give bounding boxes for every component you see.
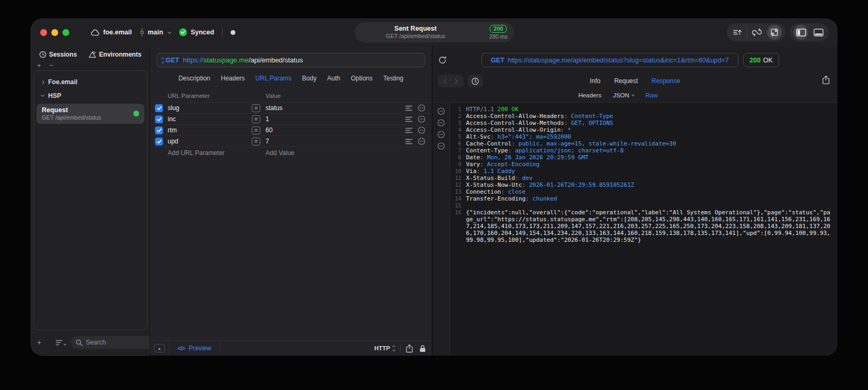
sidebar-left-icon (796, 29, 806, 37)
add-request-button[interactable]: + (37, 338, 41, 347)
previous-response-button[interactable] (444, 78, 449, 84)
param-value[interactable]: 60 (266, 126, 400, 134)
zoom-window-button[interactable] (62, 29, 69, 36)
collapse-section-icon[interactable] (437, 142, 445, 150)
response-request-url[interactable]: GET https://statuspage.me/api/embed/stat… (481, 53, 738, 67)
toggle-bottom-panel-button[interactable] (810, 24, 827, 40)
param-row[interactable]: upd = 7 (150, 135, 432, 147)
param-checkbox[interactable] (155, 138, 163, 146)
add-value-placeholder[interactable]: Add Value (266, 149, 400, 157)
toggle-sidebar-button[interactable] (793, 25, 808, 40)
row-options-icon[interactable] (405, 116, 413, 122)
request-item-title: Request (42, 106, 101, 114)
loop-arrows-icon (752, 28, 762, 37)
share-request-button[interactable] (406, 344, 413, 353)
param-checkbox[interactable] (155, 115, 163, 123)
expand-panel-button[interactable]: ▲ (154, 344, 165, 352)
response-url: https://statuspage.me/api/embed/status?s… (508, 57, 729, 64)
response-pane: GET https://statuspage.me/api/embed/stat… (432, 46, 837, 356)
tree-group-label: Foe.email (48, 78, 77, 86)
layout-toggles-group (790, 23, 829, 41)
param-name[interactable]: slug (168, 104, 247, 112)
remove-row-icon[interactable] (418, 104, 425, 112)
next-response-button[interactable] (453, 78, 458, 84)
column-header-name: URL Parameter (168, 93, 247, 99)
tab-body[interactable]: Body (302, 75, 316, 82)
remove-row-icon[interactable] (418, 126, 425, 134)
param-checkbox[interactable] (155, 126, 163, 134)
sync-status[interactable]: Synced (179, 28, 214, 37)
sent-request-pill[interactable]: Sent Request GET /api/embed/status 200 2… (354, 22, 514, 42)
project-menu[interactable]: foe.email (90, 29, 132, 36)
collapse-section-icon[interactable] (437, 107, 445, 115)
remove-session-button[interactable]: − (50, 61, 54, 69)
tab-response[interactable]: Response (652, 77, 680, 85)
add-param-placeholder[interactable]: Add URL Parameter (168, 149, 247, 157)
check-icon (157, 139, 162, 144)
history-button[interactable] (468, 75, 483, 87)
import-export-button[interactable] (767, 25, 782, 40)
collapse-section-icon[interactable] (437, 119, 445, 126)
response-line: 16 {"incidents":null,"overall":{"code":"… (450, 209, 832, 243)
tab-info[interactable]: Info (590, 77, 600, 85)
code-icon: </> (178, 345, 185, 351)
request-list-item-selected[interactable]: Request GET /api/embed/status (36, 104, 144, 124)
close-window-button[interactable] (40, 29, 47, 36)
lock-button[interactable] (419, 344, 426, 352)
response-line: 8 Date: Mon, 26 Jan 2026 20:29:59 GMT (450, 154, 832, 161)
export-response-button[interactable] (822, 75, 830, 87)
add-session-button[interactable]: + (37, 61, 41, 69)
param-value[interactable]: 7 (266, 138, 400, 145)
tab-options[interactable]: Options (351, 75, 372, 82)
code-preview-button[interactable]: </> Preview (169, 341, 220, 356)
sync-loop-button[interactable] (748, 24, 765, 40)
param-name[interactable]: inc (168, 115, 247, 123)
response-status-badge: 200 OK (743, 53, 779, 67)
tab-description[interactable]: Description (178, 75, 210, 82)
row-options-icon[interactable] (405, 105, 413, 111)
param-row[interactable]: rtm = 60 (150, 124, 432, 135)
param-value[interactable]: 1 (266, 115, 400, 123)
tree-group-hsp[interactable]: HSP (34, 89, 147, 103)
tab-request[interactable]: Request (614, 77, 638, 85)
response-status-code: 200 (750, 57, 761, 64)
request-editor-pane: GET https://statuspage.me/api/embed/stat… (150, 46, 432, 356)
param-name[interactable]: rtm (168, 126, 247, 134)
param-name[interactable]: upd (168, 138, 247, 145)
request-url-input[interactable]: GET https://statuspage.me/api/embed/stat… (157, 53, 425, 67)
remove-row-icon[interactable] (418, 115, 425, 123)
subtab-raw[interactable]: Raw (646, 92, 658, 98)
response-line: 6 Cache-Control: public, max-age=15, sta… (450, 140, 832, 147)
response-status-text: OK (763, 57, 773, 64)
remove-row-icon[interactable] (418, 138, 425, 145)
sort-order-button[interactable] (729, 24, 746, 40)
param-checkbox[interactable] (155, 104, 163, 112)
row-options-icon[interactable] (405, 139, 413, 144)
tab-sessions[interactable]: Sessions (39, 51, 77, 58)
param-row[interactable]: inc = 1 (150, 113, 432, 124)
tab-url-params[interactable]: URL Params (255, 75, 291, 82)
tree-group-foe-email[interactable]: Foe.email (34, 75, 147, 89)
subtab-headers[interactable]: Headers (578, 92, 601, 98)
import-export-icon (770, 28, 779, 37)
chevron-down-icon (632, 93, 635, 96)
protocol-selector[interactable]: HTTP (374, 345, 395, 351)
resend-request-button[interactable] (436, 54, 449, 67)
line-content: X-Status-Build: dev (466, 175, 832, 182)
collapse-section-icon[interactable] (437, 131, 445, 138)
chevron-down-icon (168, 30, 171, 33)
tab-headers[interactable]: Headers (221, 75, 244, 82)
row-options-icon[interactable] (405, 128, 413, 133)
minimize-window-button[interactable] (51, 29, 58, 36)
subtab-json[interactable]: JSON (613, 92, 634, 98)
tab-testing[interactable]: Testing (383, 75, 404, 82)
tab-environments[interactable]: Environments (88, 51, 141, 58)
search-icon (76, 339, 83, 346)
param-value[interactable]: status (266, 104, 400, 112)
branch-menu[interactable]: main (140, 28, 171, 37)
param-row[interactable]: slug = status (150, 102, 432, 113)
bottom-panel-icon (814, 29, 824, 37)
method-selector[interactable]: GET (162, 57, 179, 64)
tab-auth[interactable]: Auth (327, 75, 340, 82)
list-filter-button[interactable] (56, 340, 66, 346)
